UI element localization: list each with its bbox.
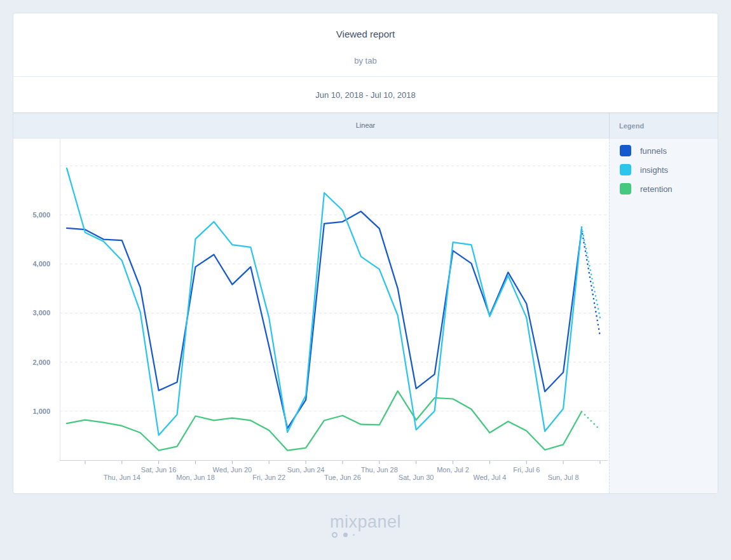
series-line-funnels-projected[interactable] xyxy=(582,229,600,336)
x-axis-label: Fri, Jun 22 xyxy=(252,474,285,481)
legend-header: Legend xyxy=(619,113,644,139)
y-axis-label: 2,000 xyxy=(32,359,50,366)
report-body: 1,0002,0003,0004,0005,000Thu, Jun 14Sat,… xyxy=(13,139,718,493)
mixpanel-logo-dots-icon xyxy=(332,532,355,538)
legend-item-insights[interactable]: insights xyxy=(620,164,718,175)
line-chart-canvas[interactable]: 1,0002,0003,0004,0005,000Thu, Jun 14Sat,… xyxy=(13,139,609,494)
y-axis-label: 5,000 xyxy=(32,211,50,219)
x-axis-label: Fri, Jul 6 xyxy=(513,466,540,474)
x-axis-label: Sun, Jun 24 xyxy=(287,466,325,474)
tab-bar: Linear Legend xyxy=(13,113,718,139)
tabbar-divider xyxy=(609,113,610,138)
series-line-retention-projected[interactable] xyxy=(582,412,600,430)
tab-linear[interactable]: Linear xyxy=(13,113,718,138)
x-axis-label: Thu, Jun 28 xyxy=(361,466,398,474)
y-axis-label: 3,000 xyxy=(32,309,50,317)
page-title: Viewed report xyxy=(13,29,718,39)
y-axis-label: 1,000 xyxy=(32,407,50,415)
legend-swatch-icon xyxy=(620,183,631,195)
logo-dot-large-icon xyxy=(332,532,338,538)
series-line-funnels[interactable] xyxy=(67,212,582,428)
page-subtitle: by tab xyxy=(13,56,718,65)
report-header: Viewed report by tab xyxy=(13,13,718,77)
legend-item-retention[interactable]: retention xyxy=(620,183,718,195)
mixpanel-logo: mixpanel xyxy=(330,512,401,532)
legend-item-label: retention xyxy=(640,184,673,194)
y-axis-label: 4,000 xyxy=(32,260,50,268)
x-axis-label: Sat, Jun 30 xyxy=(399,474,434,481)
x-axis-label: Mon, Jun 18 xyxy=(176,474,215,481)
date-range-row: Jun 10, 2018 - Jul 10, 2018 xyxy=(13,77,718,113)
series-line-insights-projected[interactable] xyxy=(582,227,600,318)
x-axis-label: Mon, Jul 2 xyxy=(437,466,469,474)
logo-dot-small-icon xyxy=(353,534,355,536)
line-chart: 1,0002,0003,0004,0005,000Thu, Jun 14Sat,… xyxy=(13,139,609,493)
series-line-retention[interactable] xyxy=(67,391,582,450)
series-line-insights[interactable] xyxy=(67,168,582,435)
x-axis-label: Tue, Jun 26 xyxy=(324,474,361,481)
legend-item-label: insights xyxy=(640,165,668,175)
x-axis-label: Sat, Jun 16 xyxy=(141,466,177,474)
report-card: Viewed report by tab Jun 10, 2018 - Jul … xyxy=(13,13,718,494)
legend-item-funnels[interactable]: funnels xyxy=(620,145,718,156)
legend-swatch-icon xyxy=(620,164,631,175)
mixpanel-wordmark: mixpanel xyxy=(330,512,401,531)
legend-panel: funnelsinsightsretention xyxy=(609,139,718,493)
logo-dot-medium-icon xyxy=(343,533,348,537)
x-axis-label: Sun, Jul 8 xyxy=(548,474,579,481)
legend-swatch-icon xyxy=(620,145,631,156)
x-axis-label: Wed, Jul 4 xyxy=(473,474,506,481)
legend-item-label: funnels xyxy=(640,146,667,156)
footer: mixpanel xyxy=(0,512,731,532)
date-range: Jun 10, 2018 - Jul 10, 2018 xyxy=(315,90,416,100)
x-axis-label: Thu, Jun 14 xyxy=(104,474,140,481)
x-axis-label: Wed, Jun 20 xyxy=(213,466,252,474)
